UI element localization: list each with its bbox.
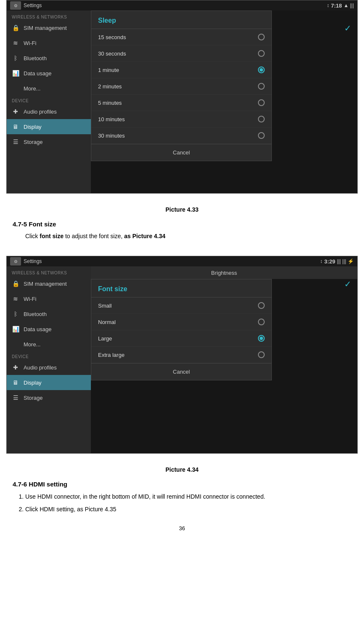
settings-icon-2: ⚙ [10, 257, 21, 266]
status-icons-1: ↕ 7:18 ▲ ||| [327, 3, 354, 9]
radio-2m[interactable] [258, 83, 265, 90]
more-label-2: More... [24, 341, 40, 348]
screen-title-text-2: Settings [24, 258, 42, 264]
radio-large[interactable] [258, 335, 265, 342]
dialog-title-sleep: Sleep [91, 11, 271, 29]
sidebar-item-storage-1[interactable]: ☰ Storage [7, 134, 91, 149]
more-icon-1 [12, 85, 19, 92]
sidebar-item-bluetooth-2[interactable]: ᛒ Bluetooth [7, 306, 91, 321]
radio-normal[interactable] [258, 319, 265, 325]
sidebar-item-display-2[interactable]: 🖥 Display [7, 375, 91, 390]
display-icon-1: 🖥 [12, 123, 19, 130]
bluetooth-icon-2: ᛒ [12, 310, 19, 318]
option-30m[interactable]: 30 minutes [91, 128, 271, 144]
cancel-label-1: Cancel [173, 149, 190, 156]
radio-1m[interactable] [258, 66, 265, 73]
radio-15s[interactable] [258, 34, 265, 40]
section-heading-1: 4.7-5 Font size [13, 221, 351, 228]
list-item-2: Click HDMI setting, as Picture 4.35 [25, 505, 351, 514]
cancel-label-2: Cancel [173, 369, 190, 375]
status-bar-1: ⚙ Settings ↕ 7:18 ▲ ||| [7, 0, 357, 11]
option-small[interactable]: Small [91, 298, 271, 314]
bluetooth-label-2: Bluetooth [24, 311, 47, 317]
sidebar-item-audio-1[interactable]: ✚ Audio profiles [7, 104, 91, 119]
section-heading-2: 4.7-6 HDMI setting [13, 481, 351, 488]
screen-body-1: WIRELESS & NETWORKS 🔒 SIM management ≋ W… [7, 11, 357, 193]
sidebar-2: WIRELESS & NETWORKS 🔒 SIM management ≋ W… [7, 266, 91, 453]
sidebar-item-audio-2[interactable]: ✚ Audio profiles [7, 360, 91, 375]
sidebar-item-wifi-2[interactable]: ≋ Wi-Fi [7, 291, 91, 306]
sidebar-item-bluetooth-1[interactable]: ᛒ Bluetooth [7, 50, 91, 66]
sleep-dialog[interactable]: Sleep 15 seconds 30 seconds 1 minute [91, 11, 272, 161]
sidebar-item-data-1[interactable]: 📊 Data usage [7, 66, 91, 81]
sidebar-item-sim-2[interactable]: 🔒 SIM management [7, 276, 91, 291]
section-label-networks-1: WIRELESS & NETWORKS [7, 12, 91, 20]
option-extra-large-label: Extra large [98, 352, 125, 358]
sidebar-item-wifi-1[interactable]: ≋ Wi-Fi [7, 35, 91, 50]
screen-title-text-1: Settings [24, 3, 42, 8]
option-15s-label: 15 seconds [98, 34, 126, 40]
status-bar-2: ⚙ Settings ↕ 3:29 ||| ||| ⚡ [7, 256, 357, 266]
status-icons-2: ↕ 3:29 ||| ||| ⚡ [320, 258, 354, 265]
sidebar-item-display-1[interactable]: 🖥 Display [7, 119, 91, 134]
option-1m-label: 1 minute [98, 67, 119, 73]
radio-10m[interactable] [258, 116, 265, 122]
time-2: 3:29 [324, 258, 335, 265]
radio-30s[interactable] [258, 50, 265, 57]
option-1m[interactable]: 1 minute [91, 62, 271, 78]
option-30s[interactable]: 30 seconds [91, 45, 271, 62]
wifi-label-2: Wi-Fi [24, 296, 36, 302]
radio-small[interactable] [258, 302, 265, 309]
option-large[interactable]: Large [91, 330, 271, 347]
audio-label-2: Audio profiles [24, 364, 57, 371]
audio-icon-2: ✚ [12, 364, 19, 371]
sidebar-item-more-2[interactable]: More... [7, 337, 91, 352]
option-large-label: Large [98, 335, 112, 342]
sim-icon-1: 🔒 [12, 24, 19, 32]
sidebar-item-storage-2[interactable]: ☰ Storage [7, 390, 91, 405]
dialog-overlay-1: Sleep 15 seconds 30 seconds 1 minute [91, 11, 357, 193]
page-number: 36 [13, 521, 351, 533]
caption-2: Picture 4.34 [13, 466, 351, 473]
radio-5m[interactable] [258, 99, 265, 106]
option-normal[interactable]: Normal [91, 314, 271, 330]
option-extra-large[interactable]: Extra large [91, 347, 271, 363]
storage-label-1: Storage [24, 139, 43, 145]
bold-picture: as Picture 4.34 [124, 233, 165, 239]
sidebar-item-more-1[interactable]: More... [7, 81, 91, 96]
storage-icon-2: ☰ [12, 394, 19, 401]
sim-icon-2: 🔒 [12, 280, 19, 287]
storage-icon-1: ☰ [12, 138, 19, 146]
usb-icon: ↕ [327, 3, 329, 8]
option-10m[interactable]: 10 minutes [91, 111, 271, 128]
settings-icon: ⚙ [10, 1, 21, 10]
cancel-button-2[interactable]: Cancel [91, 363, 271, 380]
display-label-2: Display [24, 380, 42, 386]
option-2m[interactable]: 2 minutes [91, 78, 271, 95]
font-size-dialog[interactable]: Font size Small Normal Large Extra l [91, 279, 272, 380]
cancel-button-1[interactable]: Cancel [91, 144, 271, 161]
sidebar-1: WIRELESS & NETWORKS 🔒 SIM management ≋ W… [7, 11, 91, 193]
caption-area-1: Picture 4.33 4.7-5 Font size Click font … [0, 194, 364, 256]
radio-extra-large[interactable] [258, 351, 265, 358]
screenshot-2: ⚙ Settings ↕ 3:29 ||| ||| ⚡ WIRELESS & N… [6, 256, 358, 454]
display-label-1: Display [24, 124, 42, 130]
screen-content-2: Brightness Font size Small Normal Large [91, 266, 357, 453]
radio-30m[interactable] [258, 132, 265, 139]
usb-icon-2: ↕ [320, 258, 323, 264]
option-5m-label: 5 minutes [98, 100, 122, 106]
signal-icon-1: ▲ ||| [343, 3, 354, 8]
bluetooth-label-1: Bluetooth [24, 55, 47, 61]
data-label-1: Data usage [24, 70, 52, 77]
option-30s-label: 30 seconds [98, 50, 126, 57]
caption-area-2: Picture 4.34 4.7-6 HDMI setting Use HDMI… [0, 454, 364, 542]
option-5m[interactable]: 5 minutes [91, 95, 271, 111]
more-label-1: More... [24, 85, 40, 92]
wifi-icon-2: ≋ [12, 295, 19, 303]
wifi-label-1: Wi-Fi [24, 40, 36, 46]
sidebar-item-sim-1[interactable]: 🔒 SIM management [7, 20, 91, 35]
audio-label-1: Audio profiles [24, 109, 57, 115]
checkmark-2: ✓ [344, 279, 351, 289]
sidebar-item-data-2[interactable]: 📊 Data usage [7, 321, 91, 337]
option-15s[interactable]: 15 seconds [91, 29, 271, 45]
